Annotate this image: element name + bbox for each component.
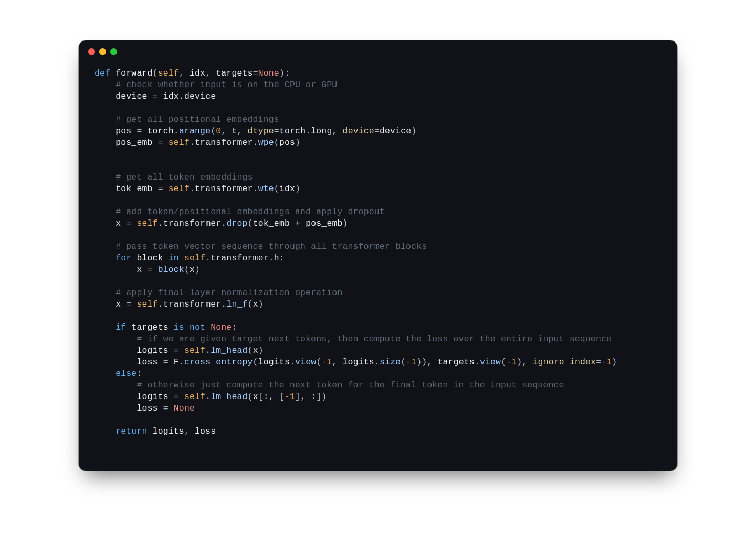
code-token-var: idx: [158, 91, 179, 101]
code-token-var: logits: [343, 357, 374, 367]
code-token-var: pos: [116, 126, 136, 136]
code-token-punct: .: [221, 299, 226, 309]
code-token-prop: transformer: [163, 218, 222, 228]
code-token-punct: (: [253, 357, 258, 367]
code-token-punct: (: [153, 68, 158, 78]
code-line: # get all token embeddings: [94, 172, 253, 182]
code-token-indent: [94, 392, 136, 402]
code-token-punct: )): [416, 357, 427, 367]
code-token-indent: [94, 207, 116, 217]
code-token-kwarg: device: [343, 126, 374, 136]
code-token-punct: ,: [332, 357, 342, 367]
code-token-kw: if: [116, 322, 131, 332]
code-token-punct: ], :]): [295, 392, 327, 402]
code-token-comment: # get all positional embeddings: [116, 114, 279, 124]
code-token-punct: .: [205, 253, 211, 263]
code-token-punct: (: [248, 299, 253, 309]
code-token-op: =: [174, 345, 179, 355]
code-token-punct: ,: [522, 357, 532, 367]
code-token-indent: [94, 253, 116, 263]
traffic-light-zoom-icon[interactable]: [110, 48, 117, 55]
code-token-none: None: [258, 68, 279, 78]
code-token-indent: [94, 322, 116, 332]
code-token-op: =: [274, 126, 279, 136]
window-titlebar: [79, 40, 677, 62]
traffic-light-minimize-icon[interactable]: [99, 48, 106, 55]
code-line: # apply final layer normalization operat…: [94, 288, 342, 298]
code-token-kwarg: ignore_index: [533, 357, 596, 367]
code-token-punct: (: [211, 126, 216, 136]
code-token-punct: ): [195, 265, 200, 275]
code-token-kw: in: [169, 253, 184, 263]
code-token-return: return: [116, 426, 152, 436]
code-token-indent: [94, 114, 116, 124]
code-token-method: arange: [179, 126, 211, 136]
code-token-punct: ): [258, 345, 264, 355]
code-block[interactable]: def forward(self, idx, targets=None): # …: [94, 68, 662, 437]
code-token-method: drop: [226, 218, 247, 228]
code-line: return logits, loss: [94, 426, 216, 436]
code-token-var: logits: [136, 345, 173, 355]
code-line: loss = F.cross_entropy(logits.view(-1, l…: [94, 357, 617, 367]
code-token-self: self: [169, 184, 190, 194]
code-token-none: None: [174, 403, 195, 413]
code-token-indent: [94, 80, 116, 90]
code-token-indent: [94, 345, 136, 355]
code-token-indent: [94, 380, 136, 390]
code-token-punct: ): [295, 184, 300, 194]
code-token-punct: .: [179, 91, 184, 101]
code-token-num: -1: [406, 357, 416, 367]
code-line: # otherwise just compute the next token …: [94, 380, 564, 390]
code-token-var: targets: [131, 322, 173, 332]
code-token-op: =: [174, 392, 179, 402]
code-line: logits = self.lm_head(x[:, [-1], :]): [94, 392, 327, 402]
code-token-op: =: [163, 357, 169, 367]
code-token-method: wpe: [258, 138, 274, 148]
code-token-punct: (: [316, 357, 321, 367]
code-token-method: cross_entropy: [184, 357, 253, 367]
code-token-punct: (: [274, 138, 279, 148]
code-token-var: [153, 265, 158, 275]
code-token-indent: [94, 138, 116, 148]
editor-window: def forward(self, idx, targets=None): # …: [79, 40, 677, 471]
code-token-var: idx: [279, 184, 295, 194]
code-token-var: x: [190, 265, 195, 275]
code-token-var: device: [380, 126, 411, 136]
code-line: pos_emb = self.transformer.wpe(pos): [94, 138, 300, 148]
code-token-op: =: [374, 126, 380, 136]
code-token-punct: (: [501, 357, 506, 367]
code-token-comment: # check whether input is on the CPU or G…: [116, 80, 337, 90]
code-token-op: +: [295, 218, 300, 228]
code-token-op: =: [158, 138, 163, 148]
code-token-var: torch: [142, 126, 174, 136]
code-token-var: pos_emb: [116, 138, 158, 148]
code-token-comment: # pass token vector sequence through all…: [116, 242, 427, 251]
code-token-var: logits: [258, 357, 290, 367]
code-token-method: lm_head: [211, 392, 247, 402]
code-token-num: -1: [285, 392, 295, 402]
code-line: if targets is not None:: [94, 322, 237, 332]
code-token-var: [169, 403, 174, 413]
code-token-punct: (: [248, 345, 253, 355]
code-line: # pass token vector sequence through all…: [94, 242, 427, 251]
code-token-self: self: [136, 299, 158, 309]
code-token-punct: :: [232, 322, 237, 332]
code-token-var: x: [136, 265, 147, 275]
code-token-punct: .: [221, 218, 226, 228]
code-token-comment: # if we are given target next tokens, th…: [136, 334, 612, 344]
code-token-indent: [94, 403, 136, 413]
code-token-method: view: [295, 357, 316, 367]
code-token-indent: [94, 172, 116, 182]
code-token-punct: ): [295, 138, 300, 148]
code-token-indent: [94, 369, 116, 379]
code-token-method: wte: [258, 184, 274, 194]
code-token-punct: .: [253, 184, 258, 194]
code-token-indent: [94, 288, 116, 298]
traffic-light-close-icon[interactable]: [88, 48, 95, 55]
code-token-indent: [94, 334, 136, 344]
code-token-kwarg: dtype: [248, 126, 274, 136]
code-token-var: [163, 184, 169, 194]
code-token-var: block: [136, 253, 168, 263]
code-token-punct: .: [306, 126, 311, 136]
code-token-punct: ):: [279, 68, 290, 78]
